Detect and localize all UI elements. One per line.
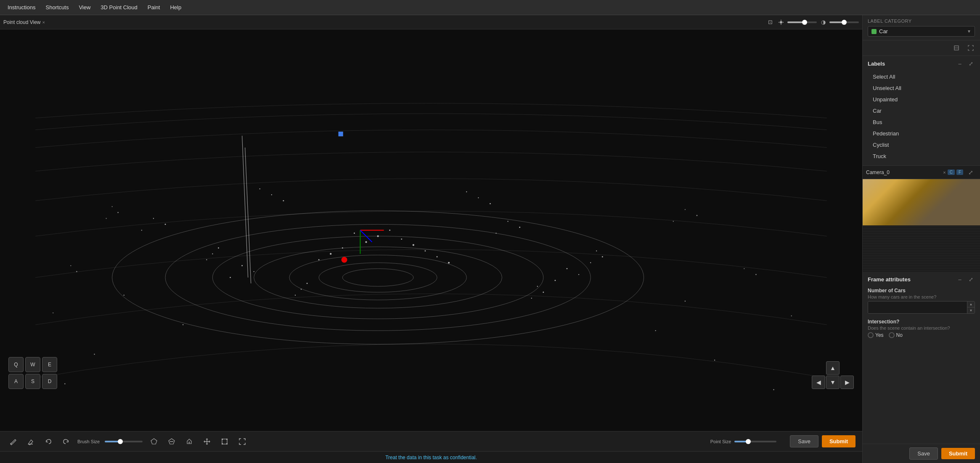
svg-point-77 <box>76 271 77 272</box>
number-of-cars-input[interactable] <box>868 302 967 313</box>
labels-header: Labels – ⤢ <box>868 59 975 68</box>
svg-rect-99 <box>938 192 959 238</box>
undo-tool[interactable] <box>42 435 55 448</box>
svg-rect-90 <box>222 439 223 440</box>
svg-point-28 <box>578 274 579 275</box>
arrow-up[interactable]: ▲ <box>826 361 840 375</box>
svg-point-41 <box>714 360 715 360</box>
camera-view: Camera_0 × C F ⤢ <box>863 166 980 272</box>
number-decrement-btn[interactable]: ▼ <box>967 307 975 313</box>
svg-point-119 <box>964 209 967 212</box>
svg-point-40 <box>94 354 95 355</box>
pointcloud-tab[interactable]: Point cloud View × <box>3 19 45 25</box>
arrow-right[interactable]: ▶ <box>840 376 854 389</box>
window-icon[interactable]: ⊡ <box>765 18 775 27</box>
expand-attr-btn[interactable]: ⤢ <box>967 275 975 283</box>
unpainted-item[interactable]: Unpainted <box>868 94 975 105</box>
bus-item[interactable]: Bus <box>868 116 975 128</box>
menu-bar: Instructions Shortcuts View 3D Point Clo… <box>0 0 980 15</box>
svg-rect-97 <box>863 188 888 238</box>
nav-keys: Q W E A S D <box>8 357 57 389</box>
category-select[interactable]: Car ▼ <box>868 26 975 37</box>
pedestrian-item[interactable]: Pedestrian <box>868 128 975 139</box>
transform-tool[interactable] <box>218 435 231 448</box>
polygon-minus-tool[interactable] <box>165 435 178 448</box>
number-increment-btn[interactable]: ▲ <box>967 302 975 307</box>
svg-point-109 <box>900 254 901 255</box>
intersection-no[interactable]: No <box>889 332 903 338</box>
menu-paint[interactable]: Paint <box>143 3 164 12</box>
no-label: No <box>896 332 903 338</box>
labels-section: Labels – ⤢ Select All Unselect All Unpai… <box>863 56 980 166</box>
svg-point-29 <box>555 280 556 281</box>
menu-shortcuts[interactable]: Shortcuts <box>41 3 73 12</box>
select-all-item[interactable]: Select All <box>868 71 975 82</box>
redo-tool[interactable] <box>60 435 72 448</box>
polygon-tool[interactable] <box>148 435 160 448</box>
camera-badge-f[interactable]: F <box>956 169 963 175</box>
panel-submit-button[interactable]: Submit <box>941 448 975 459</box>
svg-point-37 <box>685 301 686 302</box>
brush-size-slider[interactable] <box>105 441 143 442</box>
camera-expand-icon[interactable]: ⤢ <box>965 167 977 178</box>
expand-labels-btn[interactable]: ⤢ <box>967 59 975 68</box>
arrow-left[interactable]: ◀ <box>812 376 825 389</box>
key-d[interactable]: D <box>42 374 57 389</box>
paint-fill-tool[interactable] <box>183 435 196 448</box>
brightness-slider[interactable] <box>787 21 817 23</box>
fullscreen-icon[interactable] <box>965 42 977 54</box>
svg-point-111 <box>917 259 918 259</box>
svg-rect-102 <box>863 234 980 272</box>
unselect-all-item[interactable]: Unselect All <box>868 82 975 94</box>
menu-help[interactable]: Help <box>166 3 185 12</box>
fullscreen-tool[interactable] <box>236 435 249 448</box>
move-tool[interactable] <box>201 435 213 448</box>
minimize-attr-btn[interactable]: – <box>956 275 964 283</box>
menu-view[interactable]: View <box>74 3 95 12</box>
svg-point-118 <box>964 205 967 208</box>
svg-rect-117 <box>964 204 968 217</box>
svg-rect-91 <box>226 439 228 440</box>
intersection-yes[interactable]: Yes <box>868 332 884 338</box>
svg-point-82 <box>10 443 12 444</box>
camera-badge-c[interactable]: C <box>948 169 955 175</box>
svg-point-0 <box>780 21 782 24</box>
main-layout: Point cloud View × ⊡ <box>0 15 980 463</box>
key-e[interactable]: E <box>42 357 57 372</box>
contrast-slider[interactable] <box>829 21 859 23</box>
svg-point-47 <box>596 251 597 251</box>
svg-point-114 <box>942 252 943 253</box>
svg-point-19 <box>165 224 166 225</box>
arrow-row-up: ▲ <box>826 361 840 375</box>
key-q[interactable]: Q <box>8 357 24 372</box>
car-item[interactable]: Car <box>868 105 975 116</box>
key-a[interactable]: A <box>8 374 24 389</box>
arrow-down[interactable]: ▼ <box>826 376 840 389</box>
contrast-icon: ◑ <box>818 18 828 27</box>
truck-item[interactable]: Truck <box>868 151 975 162</box>
camera-close[interactable]: × <box>943 170 946 175</box>
minimize-labels-btn[interactable]: – <box>956 59 964 68</box>
paint-brush-tool[interactable] <box>7 435 19 448</box>
svg-point-45 <box>218 247 219 249</box>
erase-tool[interactable] <box>24 435 37 448</box>
menu-instructions[interactable]: Instructions <box>3 3 40 12</box>
pointcloud-tab-close[interactable]: × <box>42 20 45 25</box>
menu-3d-point-cloud[interactable]: 3D Point Cloud <box>96 3 141 12</box>
svg-point-73 <box>685 209 686 210</box>
submit-button[interactable]: Submit <box>822 435 856 447</box>
key-s[interactable]: S <box>25 374 40 389</box>
panel-save-button[interactable]: Save <box>909 447 938 460</box>
cyclist-item[interactable]: Cyclist <box>868 139 975 151</box>
svg-point-54 <box>543 292 544 293</box>
pointcloud-canvas[interactable]: Q W E A S D ▲ ◀ ▼ ▶ <box>0 29 862 431</box>
expand-icon[interactable] <box>951 42 962 54</box>
svg-rect-105 <box>913 240 932 252</box>
save-button[interactable]: Save <box>790 435 818 447</box>
point-size-slider[interactable] <box>734 441 776 442</box>
svg-point-71 <box>117 212 119 213</box>
svg-point-32 <box>260 188 260 189</box>
number-of-cars-input-container: ▲ ▼ <box>868 301 975 314</box>
intersection-label: Intersection? <box>868 319 975 325</box>
key-w[interactable]: W <box>25 357 40 372</box>
